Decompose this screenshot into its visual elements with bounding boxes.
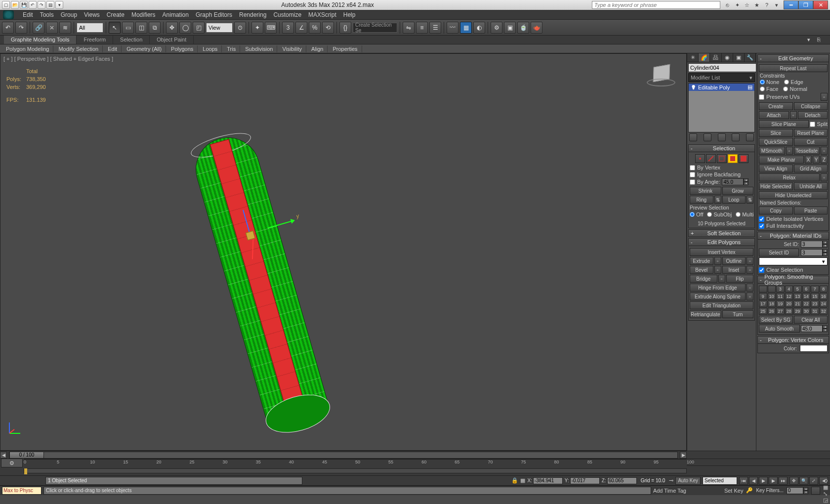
sg-button-30[interactable]: 30 [802, 308, 811, 315]
sg-button-15[interactable]: 15 [811, 293, 819, 300]
align-icon[interactable]: ≡ [416, 22, 428, 34]
qa-more-icon[interactable]: ▾ [55, 1, 63, 9]
repeat-last-button[interactable]: Repeat Last [759, 64, 828, 72]
sg-button-22[interactable]: 22 [802, 300, 811, 307]
sg-button-21[interactable]: 21 [793, 300, 802, 307]
set-id-spinner[interactable] [801, 241, 823, 248]
detach-button[interactable]: Detach [798, 111, 828, 119]
gridalign-button[interactable]: Grid Align [794, 165, 828, 172]
help-dd-icon[interactable]: ▾ [773, 1, 781, 9]
redo-icon[interactable]: ↷ [15, 22, 27, 34]
sg-button-20[interactable]: 20 [785, 300, 793, 307]
tab-display-icon[interactable]: ▣ [733, 53, 745, 62]
trackbar-config-icon[interactable]: ⚙ [1, 459, 23, 467]
bevel-button[interactable]: Bevel [690, 266, 713, 274]
attach-list-icon[interactable]: ▫ [790, 111, 797, 119]
coord-z-input[interactable] [607, 477, 637, 484]
cut-button[interactable]: Cut [794, 138, 828, 146]
qa-new-icon[interactable]: ▢ [2, 1, 10, 9]
exchange-icon[interactable]: ✦ [733, 1, 741, 9]
named-set-edit-icon[interactable]: {} [339, 22, 351, 34]
sg-button-7[interactable]: 7 [811, 286, 819, 293]
preview-subobj-radio[interactable] [707, 212, 712, 217]
help-search-input[interactable] [592, 1, 720, 9]
rollout-softsel-head[interactable]: Soft Selection [688, 229, 755, 237]
rollout-editpoly-head[interactable]: Edit Polygons [688, 238, 755, 246]
relax-settings-icon[interactable]: ▫ [821, 173, 828, 181]
abs-rel-icon[interactable]: ▦ [520, 477, 525, 484]
curve-editor-icon[interactable]: 〰 [447, 22, 458, 34]
sg-button-32[interactable]: 32 [820, 308, 828, 315]
sg-button-25[interactable]: 25 [759, 308, 767, 315]
select-id-spinner[interactable] [801, 249, 823, 256]
extrude-button[interactable]: Extrude [690, 257, 713, 265]
hinge-button[interactable]: Hinge From Edge [690, 284, 746, 292]
render-frame-icon[interactable]: ▣ [504, 22, 516, 34]
trackbar-keys[interactable] [24, 468, 687, 473]
ribbon-collapse-icon[interactable]: ▾ [807, 37, 816, 43]
sliceplane-button[interactable]: Slice Plane [759, 120, 809, 128]
minimize-button[interactable]: ━ [784, 0, 798, 9]
unlink-icon[interactable]: ⤫ [46, 22, 58, 34]
qa-undo-icon[interactable]: ↶ [29, 1, 37, 9]
qa-save-icon[interactable]: 💾 [20, 1, 28, 9]
key-icon[interactable]: 🔑 [746, 487, 753, 494]
key-filters-button[interactable]: Key Filters... [756, 488, 784, 493]
constraint-none-radio[interactable] [760, 80, 765, 84]
sg-button-4[interactable]: 4 [785, 286, 793, 293]
tessellate-settings-icon[interactable]: ▫ [821, 147, 828, 155]
clear-all-sg-button[interactable]: Clear All [794, 316, 828, 324]
rp-align[interactable]: Align [307, 45, 328, 52]
preserve-uvs-check[interactable] [759, 94, 764, 100]
sg-button-6[interactable]: 6 [802, 286, 811, 293]
so-polygon-icon[interactable] [728, 154, 738, 163]
render-prod-icon[interactable]: 🫖 [531, 22, 542, 34]
undo-icon[interactable]: ↶ [2, 22, 14, 34]
rp-loops[interactable]: Loops [199, 45, 222, 52]
hinge-settings-icon[interactable]: ▫ [747, 284, 753, 292]
menu-animation[interactable]: Animation [163, 11, 189, 18]
rp-modifyselection[interactable]: Modify Selection [54, 45, 103, 52]
menu-create[interactable]: Create [107, 11, 124, 18]
tab-graphite[interactable]: Graphite Modeling Tools [4, 36, 77, 44]
grow-button[interactable]: Grow [722, 187, 754, 195]
rotate-icon[interactable]: ◯ [179, 22, 191, 34]
menu-rendering[interactable]: Rendering [239, 11, 266, 18]
menu-grapheditors[interactable]: Graph Editors [196, 11, 232, 18]
layers-icon[interactable]: ☰ [429, 22, 441, 34]
qa-open-icon[interactable]: 📂 [11, 1, 19, 9]
hide-selected-button[interactable]: Hide Selected [759, 182, 793, 190]
extrude-spline-button[interactable]: Extrude Along Spline [690, 293, 746, 300]
planar-y-button[interactable]: Y [813, 156, 820, 164]
ring-spinner[interactable]: ⇅ [714, 196, 721, 204]
resetplane-button[interactable]: Reset Plane [794, 129, 828, 137]
outline-button[interactable]: Outline [722, 257, 746, 265]
setkey-button[interactable]: Set Key [724, 488, 744, 494]
ring-button[interactable]: Ring [690, 196, 713, 204]
split-check[interactable] [810, 122, 815, 127]
sg-button-13[interactable]: 13 [793, 293, 802, 300]
time-thumb[interactable]: 0 / 100 [9, 452, 44, 459]
help-icon[interactable]: ? [763, 1, 771, 9]
link-icon[interactable]: 🔗 [33, 22, 44, 34]
by-angle-spinner[interactable] [722, 178, 744, 185]
make-unique-icon[interactable] [718, 133, 726, 141]
relax-button[interactable]: Relax [759, 173, 820, 181]
time-next-icon[interactable]: ▶ [680, 452, 687, 459]
rp-tris[interactable]: Tris [223, 45, 240, 52]
rollout-editgeo-head[interactable]: Edit Geometry [757, 54, 829, 62]
so-edge-icon[interactable] [706, 154, 716, 163]
qa-project-icon[interactable]: ▤ [46, 1, 54, 9]
coord-x-input[interactable] [533, 477, 563, 484]
inset-settings-icon[interactable]: ▫ [747, 266, 753, 274]
nav-maximize-icon[interactable]: ⤡ [823, 491, 828, 497]
rp-polygonmodeling[interactable]: Polygon Modeling [2, 45, 53, 52]
nav-walk-icon[interactable]: ▦ [823, 484, 828, 491]
rp-geometry[interactable]: Geometry (All) [123, 45, 166, 52]
constraint-edge-radio[interactable] [784, 80, 789, 84]
ignore-backfacing-check[interactable] [690, 172, 695, 177]
shrink-button[interactable]: Shrink [690, 187, 721, 195]
sg-button-11[interactable]: 11 [776, 293, 785, 300]
preserve-uvs-settings-icon[interactable]: ▫ [821, 93, 828, 101]
preview-off-radio[interactable] [690, 212, 695, 217]
